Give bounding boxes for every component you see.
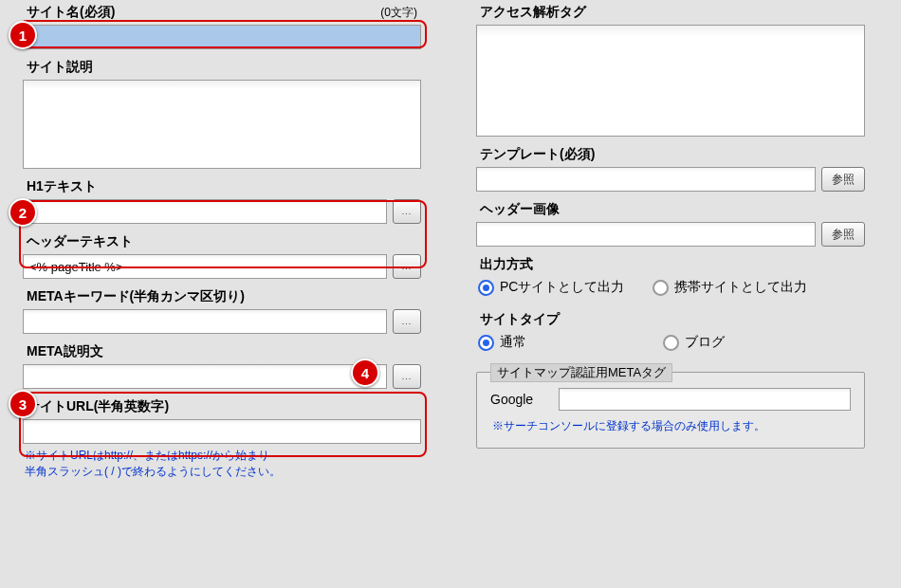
site-url-label: サイトURL(半角英数字) <box>27 398 169 415</box>
h1-text-more-button[interactable]: ... <box>393 199 421 224</box>
site-type-option-blog-label: ブログ <box>685 334 725 351</box>
meta-desc-label-row: META説明文 <box>23 343 421 360</box>
meta-desc-input[interactable] <box>23 364 387 389</box>
site-url-label-row: サイトURL(半角英数字) <box>23 398 421 415</box>
meta-keywords-row: ... <box>23 309 421 334</box>
sitemap-note: ※サーチコンソールに登録する場合のみ使用します。 <box>490 418 851 434</box>
site-name-label: サイト名(必須) <box>27 4 115 21</box>
annotation-badge-3: 3 <box>9 390 37 418</box>
site-type-radio-row: 通常 ブログ <box>478 334 865 351</box>
h1-text-label: H1テキスト <box>27 178 97 195</box>
site-name-input[interactable] <box>23 25 421 49</box>
site-type-option-blog[interactable]: ブログ <box>663 334 725 351</box>
analytics-label-row: アクセス解析タグ <box>476 4 865 21</box>
h1-text-label-row: H1テキスト <box>23 178 421 195</box>
site-url-note: ※サイトURLはhttp://、またはhttps://から始まり 半角スラッシュ… <box>23 448 421 480</box>
site-desc-label: サイト説明 <box>27 59 93 76</box>
header-image-input[interactable] <box>476 222 816 247</box>
output-option-pc-label: PCサイトとして出力 <box>500 279 624 296</box>
header-image-browse-button[interactable]: 参照 <box>821 222 865 247</box>
site-desc-textarea[interactable] <box>23 80 421 169</box>
template-row: 参照 <box>476 167 865 192</box>
header-image-label: ヘッダー画像 <box>480 201 560 218</box>
output-option-pc[interactable]: PCサイトとして出力 <box>478 279 624 296</box>
header-text-row: ... <box>23 254 421 279</box>
site-type-option-normal[interactable]: 通常 <box>478 334 526 351</box>
h1-text-row: ... <box>23 199 421 224</box>
header-text-label-row: ヘッダーテキスト <box>23 233 421 250</box>
radio-icon <box>478 335 494 351</box>
annotation-badge-4: 4 <box>351 358 379 387</box>
annotation-badge-1: 1 <box>9 21 37 49</box>
analytics-textarea[interactable] <box>476 25 865 137</box>
meta-keywords-input[interactable] <box>23 309 387 334</box>
sitemap-legend: サイトマップ認証用METAタグ <box>490 363 672 382</box>
output-label-row: 出力方式 <box>476 256 865 273</box>
radio-icon <box>478 280 494 296</box>
header-text-more-button[interactable]: ... <box>393 254 421 279</box>
left-column: サイト名(必須) (0文字) サイト説明 H1テキスト ... ヘッダーテキスト… <box>23 4 421 480</box>
site-desc-label-row: サイト説明 <box>23 59 421 76</box>
header-image-row: 参照 <box>476 222 865 247</box>
site-url-note-line1: ※サイトURLはhttp://、またはhttps://から始まり <box>25 449 269 462</box>
site-type-label-row: サイトタイプ <box>476 311 865 328</box>
radio-icon <box>653 280 669 296</box>
output-label: 出力方式 <box>480 256 533 273</box>
site-url-note-line2: 半角スラッシュ( / )で終わるようにしてください。 <box>25 465 281 478</box>
site-name-label-row: サイト名(必須) (0文字) <box>23 4 421 21</box>
sitemap-google-input[interactable] <box>559 388 851 411</box>
analytics-label: アクセス解析タグ <box>480 4 586 21</box>
output-option-mobile[interactable]: 携帯サイトとして出力 <box>653 279 807 296</box>
site-type-option-normal-label: 通常 <box>500 334 526 351</box>
radio-icon <box>663 335 679 351</box>
site-type-label: サイトタイプ <box>480 311 560 328</box>
annotation-badge-2: 2 <box>9 198 37 227</box>
h1-text-input[interactable] <box>23 199 387 224</box>
template-label-row: テンプレート(必須) <box>476 146 865 163</box>
meta-desc-label: META説明文 <box>27 343 103 360</box>
sitemap-fieldset: サイトマップ認証用METAタグ Google ※サーチコンソールに登録する場合の… <box>476 372 865 449</box>
meta-keywords-more-button[interactable]: ... <box>393 309 421 334</box>
sitemap-google-label: Google <box>490 392 547 407</box>
header-text-input[interactable] <box>23 254 387 279</box>
output-option-mobile-label: 携帯サイトとして出力 <box>674 279 807 296</box>
output-radio-row: PCサイトとして出力 携帯サイトとして出力 <box>478 279 865 296</box>
sitemap-google-row: Google <box>490 388 851 411</box>
header-text-label: ヘッダーテキスト <box>27 233 133 250</box>
template-browse-button[interactable]: 参照 <box>821 167 865 192</box>
template-input[interactable] <box>476 167 816 192</box>
meta-desc-more-button[interactable]: ... <box>393 364 421 389</box>
site-url-input[interactable] <box>23 419 421 444</box>
right-column: アクセス解析タグ テンプレート(必須) 参照 ヘッダー画像 参照 出力方式 PC… <box>476 4 865 480</box>
meta-keywords-label-row: METAキーワード(半角カンマ区切り) <box>23 288 421 305</box>
meta-keywords-label: METAキーワード(半角カンマ区切り) <box>27 288 245 305</box>
header-image-label-row: ヘッダー画像 <box>476 201 865 218</box>
template-label: テンプレート(必須) <box>480 146 595 163</box>
site-name-counter: (0文字) <box>380 5 417 21</box>
